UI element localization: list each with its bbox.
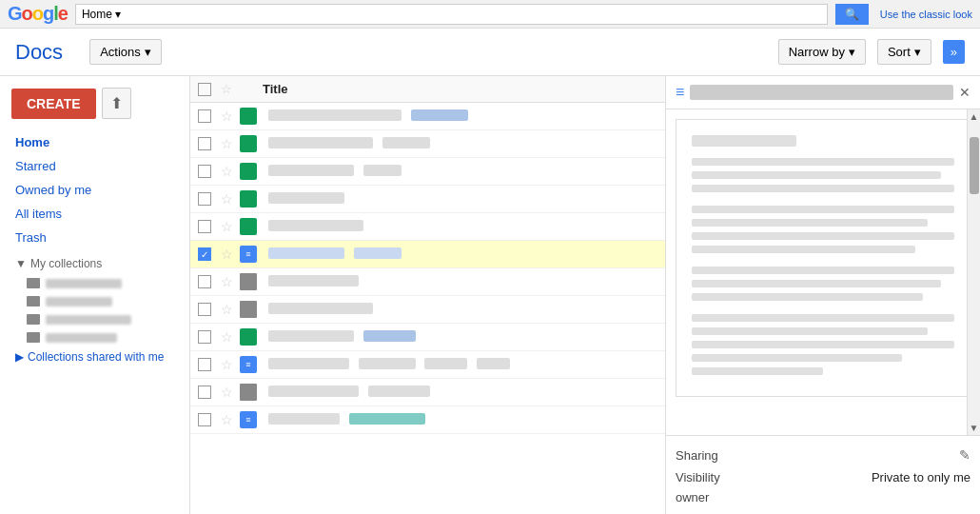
row-checkbox[interactable] [198,192,211,206]
row-checkbox[interactable] [198,109,211,123]
sidebar-item-starred[interactable]: Starred [0,154,189,178]
row-star[interactable]: ☆ [221,191,233,207]
owned-link[interactable]: Owned by me [15,183,91,197]
header-checkbox[interactable] [198,83,221,96]
table-row-selected: ✓ ☆ ≡ [190,241,665,268]
search-button[interactable]: 🔍 [835,4,869,25]
preview-document [676,119,970,397]
narrow-arrow-icon: ▾ [849,45,855,59]
create-row: CREATE ⬆ [0,88,189,130]
preview-scrollbar[interactable]: ▲ ▼ [967,109,980,435]
row-title [263,137,657,151]
collection-item-4[interactable] [0,328,189,346]
preview-line [692,171,941,179]
preview-line [692,158,954,166]
actions-arrow-icon: ▾ [145,45,151,59]
row-title [263,358,657,372]
preview-line [692,185,954,192]
row-star[interactable]: ☆ [221,385,233,400]
row-star[interactable]: ☆ [221,219,233,234]
upload-button[interactable]: ⬆ [102,88,131,119]
row-star[interactable]: ☆ [221,274,233,289]
classic-link[interactable]: Use the classic look [880,9,972,20]
table-row: ☆ [190,186,665,213]
star-header-icon: ☆ [221,82,232,96]
row-star[interactable]: ☆ [221,412,233,427]
preview-header: ≡ ✕ [666,76,980,109]
collection-name-2 [46,297,112,306]
preview-line [692,367,823,375]
search-input[interactable] [75,4,828,25]
shared-collections-header[interactable]: ▶ Collections shared with me [0,346,189,367]
row-checkbox[interactable] [198,330,211,344]
table-row: ☆ [190,130,665,158]
sharing-edit-icon[interactable]: ✎ [959,447,970,463]
table-row: ☆ ≡ [190,406,665,434]
folder-icon-3 [27,314,40,325]
doc-icon-green [240,163,257,180]
doc-icon-green [240,328,257,346]
visibility-label: Visibility [676,470,872,484]
row-checkbox[interactable] [198,303,211,316]
sort-button[interactable]: Sort ▾ [877,39,931,65]
row-checkbox[interactable] [198,358,211,371]
doc-icon-blue: ≡ [240,356,257,373]
preview-line [692,280,941,287]
home-link[interactable]: Home [15,135,49,149]
sidebar-item-owned[interactable]: Owned by me [0,178,189,202]
select-all-checkbox[interactable] [198,83,211,96]
file-list: ☆ Title ☆ ☆ ☆ [190,76,666,514]
trash-link[interactable]: Trash [15,230,47,245]
collections-arrow-icon: ▼ [15,257,27,270]
owner-label: owner [676,490,709,504]
collection-item-1[interactable] [0,274,189,292]
scroll-thumb[interactable] [970,137,979,194]
table-header: ☆ Title [190,76,665,103]
table-row: ☆ ≡ [190,351,665,379]
sidebar-item-home[interactable]: Home [0,130,189,154]
row-star[interactable]: ☆ [221,329,233,345]
actions-label: Actions [100,45,141,59]
row-checkbox[interactable] [198,386,211,399]
row-star[interactable]: ☆ [221,109,233,124]
collection-item-2[interactable] [0,292,189,310]
doc-icon-green [240,218,257,235]
doc-icon-folder [240,301,257,318]
row-checkbox[interactable] [198,220,211,233]
table-row: ☆ [190,324,665,351]
preview-body: ▲ ▼ [666,109,980,435]
row-checkbox[interactable]: ✓ [198,247,211,261]
row-checkbox[interactable] [198,137,211,150]
preview-line [692,206,954,213]
actions-button[interactable]: Actions ▾ [89,39,162,65]
all-link[interactable]: All items [15,207,62,221]
table-row: ☆ [190,296,665,324]
sidebar-item-trash[interactable]: Trash [0,226,189,249]
doc-icon-blue: ≡ [240,246,257,263]
starred-link[interactable]: Starred [15,159,56,173]
doc-icon-blue: ≡ [240,411,257,428]
more-button[interactable]: » [943,40,965,64]
create-button[interactable]: CREATE [11,89,96,119]
row-checkbox[interactable] [198,275,211,288]
sort-arrow-icon: ▾ [914,45,921,59]
collection-name-3 [46,315,131,325]
sort-label: Sort [888,45,911,59]
my-collections-header[interactable]: ▼ My collections [0,249,189,274]
scroll-down-button[interactable]: ▼ [970,423,979,433]
row-star[interactable]: ☆ [221,357,233,372]
table-row: ☆ [190,213,665,241]
row-star[interactable]: ☆ [221,164,233,179]
collection-item-3[interactable] [0,310,189,328]
close-preview-button[interactable]: ✕ [959,85,970,100]
row-star[interactable]: ☆ [221,302,233,317]
row-star[interactable]: ☆ [221,136,233,151]
sidebar-item-all[interactable]: All items [0,202,189,226]
row-checkbox[interactable] [198,165,211,178]
row-star[interactable]: ☆ [221,247,233,262]
upload-icon: ⬆ [110,95,123,111]
narrow-by-button[interactable]: Narrow by ▾ [778,39,866,65]
scroll-up-button[interactable]: ▲ [970,111,979,122]
row-checkbox[interactable] [198,413,211,426]
sharing-label: Sharing [676,448,959,463]
